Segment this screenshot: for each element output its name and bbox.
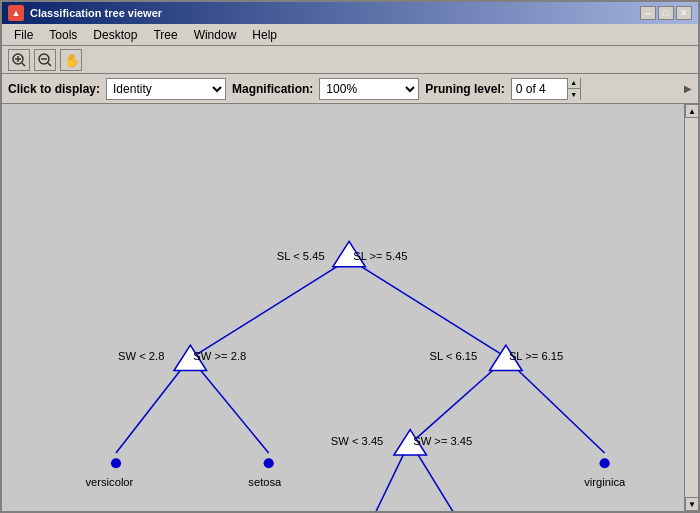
pan-button[interactable]: ✋ bbox=[60, 49, 82, 71]
tree-svg: SL < 5.45 SL >= 5.45 SW < 2.8 SW >= 2.8 … bbox=[2, 104, 684, 511]
edge-root-right bbox=[350, 260, 508, 359]
leaf-virginica[interactable] bbox=[600, 458, 610, 468]
leaf-versicolor-left-label: versicolor bbox=[85, 476, 133, 488]
menu-bar: File Tools Desktop Tree Window Help bbox=[2, 24, 698, 46]
corner-arrow-icon: ▶ bbox=[684, 83, 692, 94]
node-left-right-label: SW >= 2.8 bbox=[193, 350, 246, 362]
title-bar-left: ▲ Classification tree viewer bbox=[8, 5, 162, 21]
edge-root-left bbox=[190, 260, 348, 359]
scrollbar-right: ▲ ▼ bbox=[684, 104, 698, 511]
scroll-down-button[interactable]: ▼ bbox=[685, 497, 698, 511]
edge-rl-rll bbox=[366, 447, 407, 511]
app-icon: ▲ bbox=[8, 5, 24, 21]
main-content: SL < 5.45 SL >= 5.45 SW < 2.8 SW >= 2.8 … bbox=[2, 104, 698, 511]
edge-rl-rlr bbox=[413, 447, 465, 511]
leaf-virginica-label: virginica bbox=[584, 476, 626, 488]
menu-help[interactable]: Help bbox=[244, 26, 285, 44]
node-right-left-label: SL < 6.15 bbox=[430, 350, 478, 362]
pruning-level-label: Pruning level: bbox=[425, 82, 504, 96]
menu-window[interactable]: Window bbox=[186, 26, 245, 44]
node-right-right-label: SL >= 6.15 bbox=[509, 350, 563, 362]
pruning-down-button[interactable]: ▼ bbox=[568, 89, 580, 100]
pruning-level-input[interactable] bbox=[512, 79, 567, 99]
minimize-button[interactable]: ─ bbox=[640, 6, 656, 20]
tree-canvas[interactable]: SL < 5.45 SL >= 5.45 SW < 2.8 SW >= 2.8 … bbox=[2, 104, 684, 511]
window-title: Classification tree viewer bbox=[30, 7, 162, 19]
leaf-setosa-left[interactable] bbox=[264, 458, 274, 468]
title-controls: ─ □ ✕ bbox=[640, 6, 692, 20]
click-to-display-select[interactable]: Identity bbox=[106, 78, 226, 100]
controls-bar: Click to display: Identity Magnification… bbox=[2, 74, 698, 104]
close-button[interactable]: ✕ bbox=[676, 6, 692, 20]
node-rl-left-label: SW < 3.45 bbox=[331, 435, 384, 447]
scroll-up-button[interactable]: ▲ bbox=[685, 104, 698, 118]
svg-line-3 bbox=[22, 63, 25, 66]
node-left-left-label: SW < 2.8 bbox=[118, 350, 164, 362]
toolbar: ✋ bbox=[2, 46, 698, 74]
zoom-out-icon bbox=[37, 52, 53, 68]
scroll-track bbox=[685, 118, 698, 497]
menu-tools[interactable]: Tools bbox=[41, 26, 85, 44]
maximize-button[interactable]: □ bbox=[658, 6, 674, 20]
menu-file[interactable]: File bbox=[6, 26, 41, 44]
menu-tree[interactable]: Tree bbox=[145, 26, 185, 44]
edge-right-rl bbox=[411, 361, 503, 442]
main-window: ▲ Classification tree viewer ─ □ ✕ File … bbox=[0, 0, 700, 513]
edge-left-ll bbox=[116, 361, 187, 453]
magnification-label: Magnification: bbox=[232, 82, 313, 96]
pan-icon: ✋ bbox=[63, 52, 79, 68]
node-root-right-label: SL >= 5.45 bbox=[353, 250, 407, 262]
edge-right-rr bbox=[509, 361, 605, 453]
pruning-up-button[interactable]: ▲ bbox=[568, 78, 580, 89]
leaf-setosa-left-label: setosa bbox=[248, 476, 282, 488]
node-root-left-label: SL < 5.45 bbox=[277, 250, 325, 262]
menu-desktop[interactable]: Desktop bbox=[85, 26, 145, 44]
zoom-out-button[interactable] bbox=[34, 49, 56, 71]
click-to-display-label: Click to display: bbox=[8, 82, 100, 96]
zoom-in-icon bbox=[11, 52, 27, 68]
magnification-select[interactable]: 100% bbox=[319, 78, 419, 100]
leaf-versicolor-left[interactable] bbox=[111, 458, 121, 468]
svg-text:✋: ✋ bbox=[64, 52, 79, 68]
edge-left-lr bbox=[193, 361, 268, 453]
title-bar: ▲ Classification tree viewer ─ □ ✕ bbox=[2, 2, 698, 24]
zoom-in-button[interactable] bbox=[8, 49, 30, 71]
node-rl-right-label: SW >= 3.45 bbox=[413, 435, 472, 447]
svg-line-6 bbox=[48, 63, 51, 66]
